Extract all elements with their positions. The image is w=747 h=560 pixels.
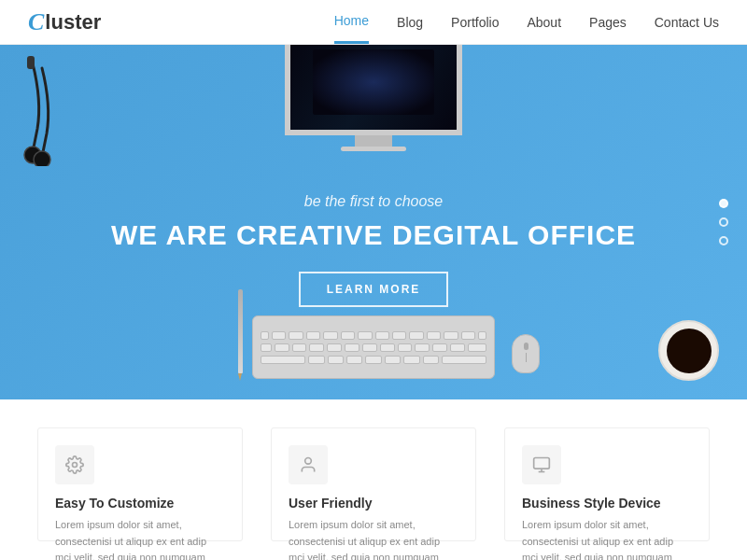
nav-about[interactable]: About	[527, 0, 561, 44]
svg-point-1	[34, 151, 50, 166]
nav-home[interactable]: Home	[334, 0, 369, 44]
main-nav: Home Blog Portfolio About Pages Contact …	[334, 0, 719, 44]
hero-title: WE ARE CREATIVE DEGITAL OFFICE	[111, 219, 636, 251]
user-friendly-icon	[289, 445, 328, 484]
hero-dots-nav	[719, 199, 728, 245]
keyboard-illustration	[252, 315, 495, 379]
coffee-cup-illustration	[658, 320, 719, 381]
feature-title-1: User Friendly	[289, 496, 458, 511]
feature-desc-2: Lorem ipsum dolor sit amet, consectenisi…	[522, 517, 692, 560]
monitor-illustration	[280, 45, 467, 149]
dot-1[interactable]	[719, 199, 728, 208]
nav-pages[interactable]: Pages	[589, 0, 627, 44]
hero-content: be the first to choose WE ARE CREATIVE D…	[111, 193, 636, 307]
logo[interactable]: Cluster	[28, 8, 101, 36]
learn-more-button[interactable]: LEARN MORE	[299, 272, 449, 307]
feature-desc-1: Lorem ipsum dolor sit amet, consectenisi…	[289, 517, 458, 560]
feature-card-1: User Friendly Lorem ipsum dolor sit amet…	[271, 427, 476, 541]
nav-contact[interactable]: Contact Us	[655, 0, 719, 44]
hero-subtitle: be the first to choose	[111, 193, 636, 210]
feature-title-2: Business Style Device	[522, 496, 692, 511]
monitor-screen	[285, 45, 462, 135]
feature-title-0: Easy To Customize	[55, 496, 225, 511]
logo-icon: C	[28, 8, 44, 36]
earphones-illustration	[14, 54, 89, 170]
hero-section: be the first to choose WE ARE CREATIVE D…	[0, 45, 747, 399]
feature-desc-0: Lorem ipsum dolor sit amet, consectenisi…	[55, 517, 225, 560]
features-section: Easy To Customize Lorem ipsum dolor sit …	[0, 399, 747, 560]
dot-3[interactable]	[719, 236, 728, 245]
customize-icon	[55, 445, 94, 484]
svg-rect-2	[27, 56, 35, 69]
svg-point-3	[73, 463, 78, 468]
mouse-illustration	[512, 334, 540, 373]
monitor-stand	[355, 135, 392, 147]
svg-point-4	[305, 458, 312, 465]
svg-rect-5	[534, 458, 550, 469]
monitor-base	[341, 147, 406, 151]
feature-card-2: Business Style Device Lorem ipsum dolor …	[504, 427, 710, 541]
pencil-illustration	[238, 289, 243, 381]
dot-2[interactable]	[719, 217, 728, 227]
header: Cluster Home Blog Portfolio About Pages …	[0, 0, 747, 45]
feature-card-0: Easy To Customize Lorem ipsum dolor sit …	[37, 427, 243, 541]
nav-blog[interactable]: Blog	[397, 0, 423, 44]
device-icon	[522, 445, 561, 484]
logo-text: luster	[45, 10, 101, 35]
nav-portfolio[interactable]: Portfolio	[451, 0, 499, 44]
